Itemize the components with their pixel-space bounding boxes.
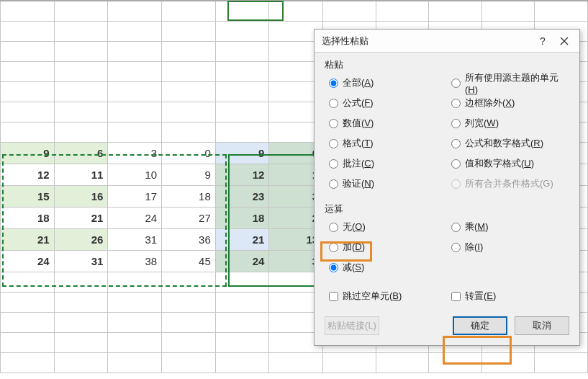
operation-section-label: 运算 bbox=[325, 202, 569, 215]
close-icon bbox=[560, 37, 569, 45]
cell[interactable]: 16 bbox=[54, 185, 108, 207]
cell[interactable]: 31 bbox=[108, 228, 162, 250]
cell[interactable]: 9 bbox=[1, 142, 55, 164]
cell[interactable]: 17 bbox=[108, 185, 162, 207]
ok-button[interactable]: 确定 bbox=[453, 316, 507, 335]
cancel-button[interactable]: 取消 bbox=[515, 316, 569, 335]
cell[interactable]: 9 bbox=[162, 164, 216, 185]
paste-section-label: 粘贴 bbox=[325, 58, 569, 71]
paste-opt-comments[interactable]: 批注(C) bbox=[329, 156, 447, 171]
cell[interactable]: 18 bbox=[215, 207, 269, 228]
paste-opt-values[interactable]: 数值(V) bbox=[329, 116, 447, 130]
cell[interactable]: 23 bbox=[215, 185, 269, 207]
paste-opt-all[interactable]: 全部(A) bbox=[329, 76, 447, 90]
paste-options-left: 全部(A) 公式(F) 数值(V) 格式(T) 批注(C) 验证(N) bbox=[325, 74, 447, 195]
cell[interactable]: 18 bbox=[162, 185, 216, 207]
paste-opt-col-widths[interactable]: 列宽(W) bbox=[451, 116, 569, 130]
transpose-checkbox[interactable]: 转置(E) bbox=[451, 289, 569, 303]
cell[interactable]: 36 bbox=[162, 228, 216, 250]
operation-options-right: 乘(M) 除(I) bbox=[447, 218, 569, 279]
cell[interactable]: 6 bbox=[54, 142, 108, 164]
op-subtract[interactable]: 减(S) bbox=[329, 260, 447, 275]
cell[interactable]: 0 bbox=[162, 142, 216, 164]
paste-opt-formulas[interactable]: 公式(F) bbox=[329, 96, 447, 110]
paste-opt-values-numfmt[interactable]: 值和数字格式(U) bbox=[451, 156, 569, 171]
cell[interactable]: 10 bbox=[108, 164, 162, 185]
paste-options-right: 所有使用源主题的单元(H) 边框除外(X) 列宽(W) 公式和数字格式(R) 值… bbox=[447, 74, 569, 195]
op-divide[interactable]: 除(I) bbox=[451, 240, 569, 254]
paste-opt-validation[interactable]: 验证(N) bbox=[329, 177, 447, 191]
cell[interactable]: 26 bbox=[54, 228, 108, 250]
paste-special-dialog: 选择性粘贴 ? 粘贴 全部(A) 公式(F) 数值(V) 格式(T) 批注(C)… bbox=[314, 29, 580, 346]
cell[interactable]: 3 bbox=[108, 142, 162, 164]
cell[interactable]: 38 bbox=[108, 250, 162, 272]
cell[interactable]: 45 bbox=[162, 250, 216, 272]
dialog-title: 选择性粘贴 bbox=[322, 35, 532, 48]
cell[interactable]: 11 bbox=[54, 164, 108, 185]
paste-opt-merge-cond: 所有合并条件格式(G) bbox=[451, 177, 569, 191]
cell[interactable]: 15 bbox=[1, 185, 55, 207]
help-button[interactable]: ? bbox=[532, 32, 553, 50]
op-add[interactable]: 加(D) bbox=[329, 240, 447, 254]
cell[interactable]: 31 bbox=[54, 250, 108, 272]
paste-opt-formulas-numfmt[interactable]: 公式和数字格式(R) bbox=[451, 136, 569, 151]
cell[interactable]: 21 bbox=[215, 228, 269, 250]
paste-link-button: 粘贴链接(L) bbox=[325, 316, 379, 335]
dialog-titlebar[interactable]: 选择性粘贴 ? bbox=[315, 30, 579, 53]
cell[interactable]: 27 bbox=[162, 207, 216, 228]
cell[interactable]: 18 bbox=[1, 207, 55, 228]
cell[interactable]: 24 bbox=[215, 250, 269, 272]
op-none[interactable]: 无(O) bbox=[329, 220, 447, 234]
cell[interactable]: 12 bbox=[215, 164, 269, 185]
paste-opt-formats[interactable]: 格式(T) bbox=[329, 136, 447, 151]
cell[interactable]: 9 bbox=[215, 142, 269, 164]
cell[interactable]: 12 bbox=[1, 164, 55, 185]
operation-options-left: 无(O) 加(D) 减(S) bbox=[325, 218, 447, 279]
close-button[interactable] bbox=[553, 32, 575, 50]
cell[interactable]: 21 bbox=[54, 207, 108, 228]
cell[interactable]: 21 bbox=[1, 228, 55, 250]
skip-blanks-checkbox[interactable]: 跳过空单元(B) bbox=[329, 289, 447, 303]
paste-opt-no-borders[interactable]: 边框除外(X) bbox=[451, 96, 569, 110]
paste-opt-source-theme[interactable]: 所有使用源主题的单元(H) bbox=[451, 76, 569, 90]
cell[interactable]: 24 bbox=[108, 207, 162, 228]
op-multiply[interactable]: 乘(M) bbox=[451, 220, 569, 234]
cell[interactable]: 24 bbox=[1, 250, 55, 272]
